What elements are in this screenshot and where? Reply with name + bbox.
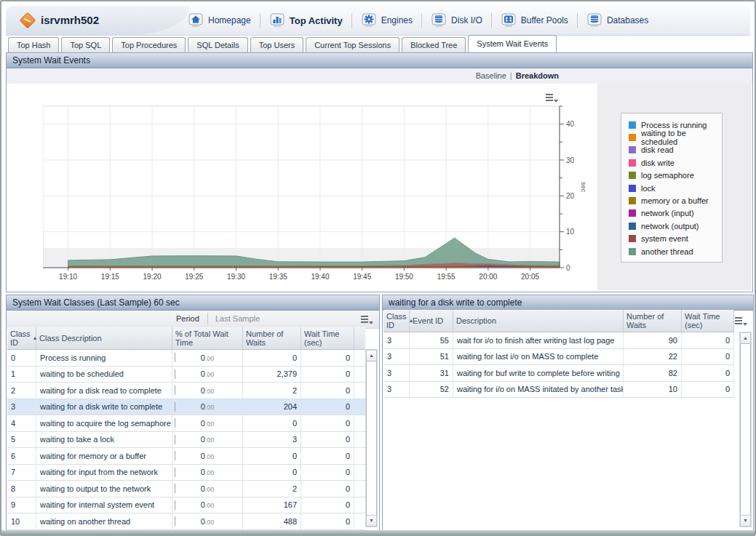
table-header-row: Class ID ▲Event IDDescriptionNumber of W… (383, 310, 734, 332)
nav-label: Buffer Pools (521, 15, 568, 25)
table-row[interactable]: 6waiting for memory or a buffer0.0000 (7, 448, 365, 465)
panel-title-bar: System Wait Events (7, 53, 752, 68)
column-header-class-id[interactable]: Class ID ▲ (7, 327, 36, 349)
server-name: isrvmrh502 (41, 14, 99, 26)
main-navigation: Homepage Top Activity (179, 6, 747, 35)
cell-wait-time: 0 (301, 481, 354, 497)
cell-number-of-waits: 488 (243, 513, 301, 529)
vertical-scrollbar[interactable]: ▲ ▼ (365, 349, 378, 527)
chart-area: Process is runningwaiting to be schedule… (7, 84, 752, 292)
column-header-wait-time-sec-[interactable]: Wait Time (sec) (682, 310, 734, 332)
svg-text:19:40: 19:40 (311, 273, 329, 281)
nav-item-top-activity[interactable]: Top Activity (260, 13, 351, 28)
nav-item-buffer-pools[interactable]: Buffer Pools (492, 13, 577, 28)
cell-class-id: 1 (7, 367, 36, 383)
cell-description: waiting for a disk write to complete (36, 399, 172, 415)
table-row[interactable]: 355wait for i/o to finish after writing … (383, 332, 734, 349)
chart-legend: Process is runningwaiting to be schedule… (621, 113, 723, 263)
nav-item-engines[interactable]: Engines (352, 13, 421, 28)
cell-pct-total: 0.00 (172, 465, 243, 481)
tab-current-top-sessions[interactable]: Current Top Sessions (306, 37, 399, 52)
panel-title-bar: System Wait Classes (Last Sample) 60 sec (7, 295, 379, 311)
table-menu-icon[interactable] (361, 315, 373, 324)
legend-label: Process is running (641, 121, 707, 129)
svg-text:19:10: 19:10 (59, 273, 77, 281)
wait-events-detail-panel: waiting for a disk write to complete Cla… (382, 295, 754, 532)
table-row[interactable]: 8waiting to output to the network0.0020 (7, 481, 365, 497)
table-row[interactable]: 7waiting for input from the network0.000… (7, 465, 365, 481)
breakdown-link[interactable]: Breakdown (516, 71, 559, 80)
column-header-wait-time-sec-[interactable]: Wait Time (sec) (301, 327, 354, 349)
cell-pct-total: 0.00 (172, 432, 243, 448)
vertical-scrollbar[interactable]: ▲ ▼ (739, 332, 752, 527)
tab-blocked-tree[interactable]: Blocked Tree (402, 37, 466, 52)
table-menu-icon[interactable] (735, 316, 747, 326)
scroll-down-button[interactable]: ▼ (366, 515, 377, 527)
nav-item-disk-io[interactable]: Disk I/O (422, 13, 491, 28)
cell-number-of-waits: 2 (243, 481, 301, 497)
scroll-up-button[interactable]: ▲ (740, 332, 751, 344)
table-row[interactable]: 5waiting to take a lock0.0030 (7, 432, 365, 449)
top-toolbar: isrvmrh502 Homepage To (6, 6, 750, 36)
nav-label: Databases (607, 15, 648, 25)
scroll-thumb[interactable] (740, 343, 751, 516)
scroll-thumb[interactable] (366, 361, 377, 516)
table-row[interactable]: 352waiting for i/o on MASS initated by a… (383, 382, 734, 399)
table-row[interactable]: 4waiting to acquire the log semaphore0.0… (7, 415, 365, 432)
table-row[interactable]: 351waiting for last i/o on MASS to compl… (383, 349, 734, 366)
svg-text:19:25: 19:25 (185, 273, 203, 281)
server-icon (20, 12, 36, 29)
legend-swatch (629, 146, 636, 153)
column-header-class-id[interactable]: Class ID ▲ (383, 310, 410, 332)
column-header-event-id[interactable]: Event ID (410, 310, 453, 332)
column-header-description[interactable]: Description (453, 310, 624, 332)
table-row[interactable]: 331waiting for buf write to complete bef… (383, 365, 734, 382)
legend-label: waiting to be scheduled (641, 129, 722, 146)
panel-title: System Wait Classes (Last Sample) 60 sec (12, 297, 180, 308)
tab-top-hash[interactable]: Top Hash (8, 37, 59, 52)
scroll-up-button[interactable]: ▲ (366, 350, 377, 361)
cell-class-id: 3 (7, 399, 36, 415)
cell-event-id: 52 (410, 382, 453, 398)
server-brand: isrvmrh502 (6, 6, 189, 35)
column-header-number-of-waits[interactable]: Number of Waits (243, 327, 301, 349)
column-header-number-of-waits[interactable]: Number of Waits (624, 310, 682, 332)
svg-text:20:05: 20:05 (521, 273, 539, 281)
table-row[interactable]: 2waiting for a disk read to complete0.00… (7, 383, 365, 399)
legend-label: network (input) (641, 209, 694, 217)
cell-wait-time: 0 (301, 350, 354, 366)
cell-pct-total: 0.00 (172, 383, 243, 399)
cell-class-id: 10 (7, 513, 36, 529)
table-row[interactable]: 3waiting for a disk write to complete0.0… (7, 399, 365, 416)
legend-label: lock (641, 184, 656, 193)
legend-swatch (629, 209, 636, 217)
nav-item-homepage[interactable]: Homepage (179, 13, 260, 28)
cell-description: waiting to be scheduled (36, 367, 172, 383)
tab-system-wait-events[interactable]: System Wait Events (468, 35, 557, 52)
cell-class-id: 5 (7, 432, 36, 448)
cell-description: waiting for memory or a buffer (36, 448, 172, 464)
cell-number-of-waits: 10 (624, 382, 682, 398)
svg-text:10: 10 (566, 228, 575, 236)
cell-event-id: 31 (410, 365, 453, 381)
column-header--of-total-wait-time[interactable]: % of Total Wait Time (172, 327, 243, 349)
column-header-class-description[interactable]: Class Description (36, 327, 172, 349)
nav-label: Disk I/O (451, 15, 482, 25)
tab-top-procedures[interactable]: Top Procedures (112, 37, 186, 52)
svg-text:19:30: 19:30 (227, 273, 245, 281)
table-row[interactable]: 0Process is running0.0000 (7, 350, 365, 367)
cell-wait-time: 0 (301, 497, 354, 513)
nav-item-databases[interactable]: Databases (578, 13, 657, 28)
table-row[interactable]: 9waiting for internal system event0.0016… (7, 497, 365, 514)
legend-label: log semaphore (641, 171, 694, 180)
tab-top-sql[interactable]: Top SQL (61, 37, 110, 52)
chart-menu-icon[interactable] (546, 93, 558, 103)
table-row[interactable]: 1waiting to be scheduled0.002,3790 (7, 367, 365, 383)
tab-sql-details[interactable]: SQL Details (188, 37, 247, 52)
tab-top-users[interactable]: Top Users (250, 37, 304, 52)
svg-text:40: 40 (566, 120, 575, 128)
baseline-link[interactable]: Baseline (476, 71, 506, 80)
table-row[interactable]: 10waiting on another thread0.004880 (7, 513, 365, 530)
scroll-down-button[interactable]: ▼ (740, 515, 751, 527)
period-value-dropdown[interactable]: Last Sample (215, 314, 260, 323)
